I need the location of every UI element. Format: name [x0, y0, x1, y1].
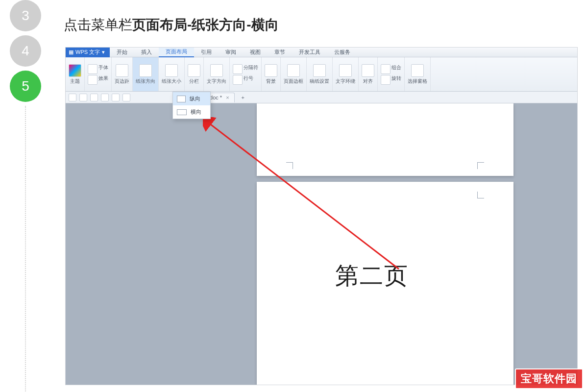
landscape-icon — [177, 109, 187, 115]
chevron-down-icon: ▾ — [102, 49, 105, 55]
paper-size-icon — [165, 64, 178, 77]
ribbon-fonts-effects[interactable]: 手体 效果 — [85, 57, 112, 91]
align-icon — [362, 64, 374, 77]
menubar: ▦ WPS 文字 ▾ 开始 插入 页面布局 引用 审阅 视图 章节 开发工具 云… — [66, 48, 577, 57]
ribbon-page-border-label: 页面边框 — [284, 78, 303, 85]
ribbon-background-label: 背景 — [266, 78, 276, 85]
break-icon — [233, 64, 243, 74]
ribbon-selection-pane-label: 选择窗格 — [408, 78, 427, 85]
text-direction-icon — [210, 64, 223, 77]
orientation-icon — [139, 64, 152, 77]
ribbon-paper-size[interactable]: 纸张大小 — [159, 57, 185, 91]
theme-icon — [69, 64, 81, 77]
dropdown-landscape-label: 横向 — [191, 108, 201, 116]
qat-print-icon[interactable] — [101, 94, 109, 101]
dropdown-portrait[interactable]: 纵向 — [173, 92, 210, 105]
group-icon — [381, 64, 391, 74]
close-icon[interactable]: × — [226, 95, 229, 100]
ribbon-selection-pane[interactable]: 选择窗格 — [405, 57, 431, 91]
ribbon-columns-label: 分栏 — [189, 78, 199, 85]
ribbon-margins[interactable]: 页边距 — [112, 57, 133, 91]
instruction-text: 点击菜单栏页面布局-纸张方向-横向 — [64, 16, 279, 34]
orientation-dropdown: 纵向 横向 — [172, 92, 211, 119]
ribbon-theme-label: 主题 — [70, 78, 80, 85]
step-badge-5: 5 — [10, 71, 41, 102]
page-1-bottom — [257, 103, 513, 176]
ribbon-page-border[interactable]: 页面边框 — [281, 57, 307, 91]
manuscript-icon — [313, 64, 326, 77]
ribbon-paper-size-label: 纸张大小 — [162, 78, 181, 85]
step-badge-3: 3 — [10, 0, 41, 31]
ribbon-columns[interactable]: 分栏 — [185, 57, 204, 91]
ribbon-margins-label: 页边距 — [115, 78, 129, 85]
app-brand-label: WPS 文字 — [75, 49, 100, 56]
qat-new-icon[interactable] — [69, 94, 76, 101]
ribbon-manuscript-label: 稿纸设置 — [310, 78, 329, 85]
page-corner-icon — [286, 162, 293, 169]
menu-chapter[interactable]: 章节 — [268, 48, 292, 57]
menu-insert[interactable]: 插入 — [134, 48, 159, 57]
step-dotted-line — [25, 106, 26, 392]
page-2-text: 第二页 — [335, 260, 409, 292]
qat-save-icon[interactable] — [90, 94, 98, 101]
ribbon-align-label: 对齐 — [363, 78, 373, 85]
ribbon-orientation-label: 纸张方向 — [136, 78, 155, 85]
page-corner-icon — [477, 162, 484, 169]
ribbon-theme[interactable]: 主题 — [66, 57, 85, 91]
page-corner-icon — [477, 192, 484, 198]
menu-page-layout[interactable]: 页面布局 — [159, 48, 194, 57]
app-brand[interactable]: ▦ WPS 文字 ▾ — [66, 48, 110, 57]
ribbon-align[interactable]: 对齐 — [359, 57, 378, 91]
qat-undo-icon[interactable] — [112, 94, 120, 101]
ribbon-breaks-lines[interactable]: 分隔符 行号 — [230, 57, 262, 91]
font-icon — [88, 64, 98, 74]
quick-access-toolbar: 文档.doc * × + — [66, 92, 577, 103]
margins-icon — [116, 64, 128, 77]
dropdown-landscape[interactable]: 横向 — [173, 105, 210, 119]
page-border-icon — [287, 64, 300, 77]
line-number-icon — [233, 75, 243, 85]
instruction-prefix: 点击菜单栏 — [64, 17, 132, 32]
ribbon-manuscript[interactable]: 稿纸设置 — [307, 57, 333, 91]
portrait-icon — [177, 96, 186, 102]
menu-devtools[interactable]: 开发工具 — [292, 48, 327, 57]
qat-redo-icon[interactable] — [122, 94, 130, 101]
qat-open-icon[interactable] — [79, 94, 87, 101]
effect-icon — [88, 75, 98, 85]
menu-review[interactable]: 审阅 — [219, 48, 243, 57]
rotate-icon — [381, 75, 391, 85]
ribbon-wrap-label: 文字环绕 — [336, 78, 355, 85]
ribbon-text-direction-label: 文字方向 — [207, 78, 226, 85]
columns-icon — [188, 64, 200, 77]
selection-pane-icon — [411, 64, 424, 77]
menu-view[interactable]: 视图 — [243, 48, 268, 57]
document-canvas: 第二页 — [66, 103, 577, 385]
wps-screenshot: ▦ WPS 文字 ▾ 开始 插入 页面布局 引用 审阅 视图 章节 开发工具 云… — [65, 47, 578, 385]
step-badge-4: 4 — [10, 35, 41, 67]
ribbon-background[interactable]: 背景 — [262, 57, 281, 91]
ribbon-group-rotate[interactable]: 组合 旋转 — [378, 57, 405, 91]
instruction-bold: 页面布局-纸张方向-横向 — [132, 17, 279, 32]
ribbon-orientation[interactable]: 纸张方向 — [133, 57, 159, 91]
dropdown-portrait-label: 纵向 — [190, 95, 200, 102]
background-icon — [265, 64, 277, 77]
ribbon-text-direction[interactable]: 文字方向 — [204, 57, 230, 91]
wrap-icon — [339, 64, 352, 77]
wps-logo-icon: ▦ — [69, 49, 73, 55]
ribbon-wrap[interactable]: 文字环绕 — [333, 57, 359, 91]
ribbon: 主题 手体 效果 页边距 纸张方向 纸张大小 分栏 文字方向 分隔符 行号 — [66, 57, 577, 92]
menu-reference[interactable]: 引用 — [194, 48, 219, 57]
menu-start[interactable]: 开始 — [110, 48, 134, 57]
watermark-badge: 宝哥软件园 — [515, 368, 583, 389]
page-2: 第二页 — [257, 182, 513, 385]
menu-cloud[interactable]: 云服务 — [327, 48, 357, 57]
new-tab-plus[interactable]: + — [238, 95, 248, 100]
